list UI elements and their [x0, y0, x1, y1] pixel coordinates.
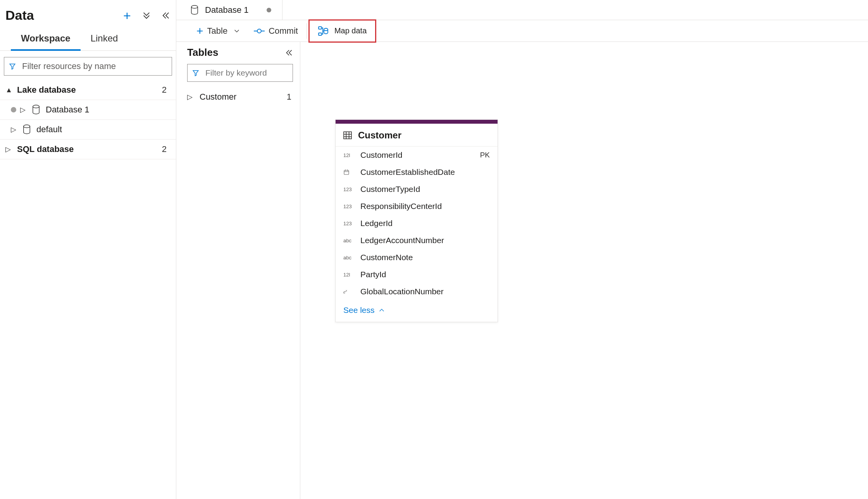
caret-right-icon: ▷ — [5, 145, 12, 154]
svg-point-5 — [257, 29, 261, 33]
svg-point-9 — [324, 28, 328, 31]
column-type-icon: 123 — [343, 221, 356, 226]
commit-icon — [254, 27, 265, 35]
column-row[interactable]: CustomerEstablishedDate — [336, 164, 498, 181]
column-name: CustomerEstablishedDate — [360, 167, 490, 177]
sidebar-filter[interactable] — [4, 57, 172, 76]
column-row[interactable]: 12lPartyId — [336, 266, 498, 283]
resource-tree: ▲ Lake database 2 ▷ Database 1 ▷ — [0, 80, 176, 159]
editor-tabbar: Database 1 — [176, 0, 868, 20]
svg-point-2 — [24, 125, 30, 128]
map-data-label: Map data — [334, 26, 367, 35]
svg-rect-11 — [344, 132, 351, 139]
commit-label: Commit — [269, 26, 298, 36]
see-less-button[interactable]: See less — [336, 300, 498, 322]
map-data-button[interactable]: Map data — [308, 19, 376, 43]
column-name: LedgerAccountNumber — [360, 236, 490, 245]
map-data-icon — [318, 26, 328, 36]
tables-filter[interactable] — [187, 64, 293, 82]
column-type-icon: 123 — [343, 204, 356, 209]
database-icon — [22, 124, 31, 135]
sidebar-filter-input[interactable] — [21, 61, 167, 72]
tree-default[interactable]: ▷ default — [0, 120, 176, 140]
column-type-icon: 12l — [343, 152, 356, 158]
tree-sql-database[interactable]: ▷ SQL database 2 — [0, 140, 176, 159]
column-row[interactable]: 12lCustomerIdPK — [336, 147, 498, 164]
toolbar-separator — [307, 23, 307, 39]
tree-count: 2 — [162, 144, 167, 154]
column-type-icon: abc — [343, 255, 356, 261]
caret-right-icon: ▷ — [187, 93, 194, 101]
column-type-icon: ex — [343, 288, 356, 295]
unsaved-dot-icon — [11, 107, 16, 112]
svg-rect-7 — [319, 27, 322, 29]
svg-marker-10 — [193, 71, 198, 76]
sidebar-tabs: Workspace Linked — [0, 29, 176, 51]
add-resource-button[interactable]: + — [122, 10, 133, 21]
collapse-tables-pane-button[interactable] — [285, 49, 293, 57]
table-count: 1 — [287, 92, 291, 102]
column-row[interactable]: 123LedgerId — [336, 215, 498, 232]
chevron-up-icon — [379, 307, 385, 313]
column-row[interactable]: abcLedgerAccountNumber — [336, 232, 498, 249]
plus-icon: + — [123, 9, 131, 22]
tab-workspace[interactable]: Workspace — [11, 29, 81, 51]
column-name: LedgerId — [360, 219, 490, 228]
column-name: ResponsibilityCenterId — [360, 202, 490, 211]
tab-linked[interactable]: Linked — [81, 29, 128, 50]
data-sidebar: Data + — [0, 0, 176, 499]
tree-label: Database 1 — [46, 105, 169, 115]
database-icon — [190, 5, 199, 15]
column-type-icon — [343, 169, 356, 175]
column-name: CustomerTypeId — [360, 185, 490, 194]
tree-label: default — [36, 124, 169, 135]
schema-card-title: Customer — [358, 130, 401, 141]
svg-rect-8 — [319, 33, 322, 35]
unsaved-dot-icon — [267, 8, 271, 12]
column-name: GlobalLocationNumber — [360, 287, 490, 296]
add-table-button[interactable]: + Table — [189, 20, 247, 41]
tables-filter-input[interactable] — [205, 68, 308, 78]
svg-marker-0 — [10, 64, 15, 69]
see-less-label: See less — [343, 306, 375, 315]
column-type-icon: abc — [343, 238, 356, 243]
tree-lake-database[interactable]: ▲ Lake database 2 — [0, 80, 176, 100]
collapse-sidebar-button[interactable] — [160, 10, 171, 21]
tree-label: Lake database — [17, 85, 162, 95]
chevron-double-down-icon — [142, 11, 151, 20]
filter-icon — [9, 63, 16, 70]
schema-canvas[interactable]: Customer 12lCustomerIdPKCustomerEstablis… — [300, 42, 868, 499]
svg-rect-16 — [344, 170, 349, 174]
tree-database-1[interactable]: ▷ Database 1 — [0, 100, 176, 120]
table-label: Customer — [200, 92, 287, 102]
expand-all-button[interactable] — [141, 10, 152, 21]
sidebar-title: Data — [5, 8, 122, 23]
table-icon — [343, 131, 352, 139]
caret-down-icon: ▲ — [5, 86, 12, 94]
editor-toolbar: + Table Commit — [176, 20, 868, 42]
caret-right-icon: ▷ — [20, 105, 27, 114]
editor-tab-database-1[interactable]: Database 1 — [179, 0, 282, 20]
column-name: PartyId — [360, 270, 490, 279]
column-type-icon: 123 — [343, 186, 356, 192]
column-row[interactable]: exGlobalLocationNumber — [336, 283, 498, 300]
filter-icon — [192, 69, 199, 76]
plus-icon: + — [196, 25, 203, 37]
add-table-label: Table — [207, 26, 228, 36]
column-name: CustomerId — [360, 150, 480, 160]
column-name: CustomerNote — [360, 253, 490, 262]
svg-point-3 — [191, 5, 198, 8]
tables-pane: Tables — [176, 42, 300, 499]
column-row[interactable]: 123CustomerTypeId — [336, 181, 498, 198]
commit-button[interactable]: Commit — [247, 20, 305, 41]
tree-count: 2 — [162, 85, 167, 95]
table-row-customer[interactable]: ▷ Customer 1 — [187, 88, 293, 106]
column-row[interactable]: abcCustomerNote — [336, 249, 498, 266]
column-row[interactable]: 123ResponsibilityCenterId — [336, 198, 498, 215]
caret-right-icon: ▷ — [11, 125, 18, 134]
card-accent-stripe — [336, 120, 498, 124]
schema-card-customer[interactable]: Customer 12lCustomerIdPKCustomerEstablis… — [335, 119, 498, 322]
column-type-icon: 12l — [343, 272, 356, 278]
database-icon — [32, 105, 40, 115]
tree-label: SQL database — [17, 144, 162, 154]
